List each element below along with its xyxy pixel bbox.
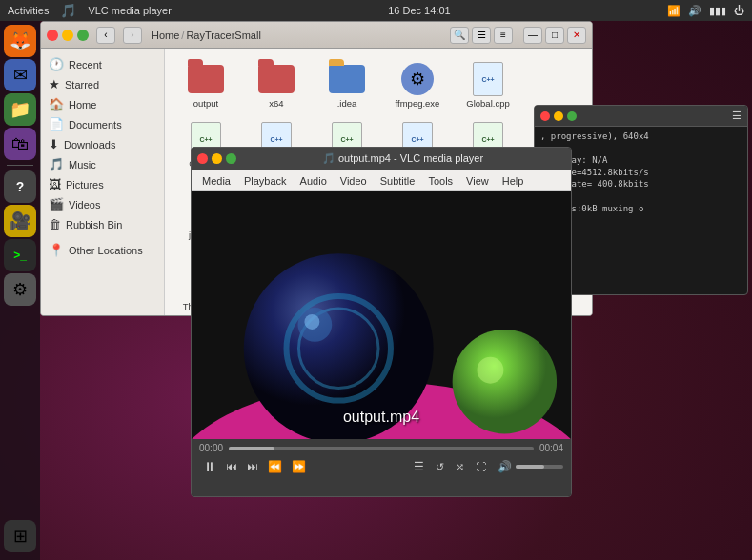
terminal-minimize-button[interactable] bbox=[554, 111, 563, 121]
sidebar-item-music[interactable]: 🎵 Music bbox=[41, 154, 164, 174]
vlc-video-canvas bbox=[192, 191, 571, 439]
file-manager-sidebar: 🕐 Recent ★ Starred 🏠 Home 📄 Documents ⬇ … bbox=[41, 49, 165, 315]
folder-x64-icon bbox=[257, 60, 295, 98]
folder-idea-icon bbox=[328, 60, 366, 98]
breadcrumb-current[interactable]: RayTracerSmall bbox=[186, 30, 260, 41]
vlc-volume-bar[interactable] bbox=[516, 465, 563, 469]
file-item-x64[interactable]: x64 bbox=[243, 56, 310, 112]
vlc-menu-video[interactable]: Video bbox=[334, 173, 374, 189]
battery-icon: ▮▮▮ bbox=[709, 5, 726, 17]
vlc-cone-icon: 🎵 bbox=[322, 152, 335, 164]
vlc-icon: 🎵 bbox=[60, 3, 76, 18]
file-item-global-cpp[interactable]: C++ Global.cpp bbox=[455, 56, 521, 112]
vlc-controls: 00:00 00:04 ⏸ ⏮ ⏭ ⏪ ⏩ ☰ ↺ ⤮ ⛶ 🔊 bbox=[192, 439, 571, 496]
vlc-menu-media[interactable]: Media bbox=[195, 173, 237, 189]
mail-dock-icon[interactable]: ✉ bbox=[4, 59, 36, 91]
vlc-progress-bar-row: 00:00 00:04 bbox=[199, 443, 563, 453]
folder-output-icon bbox=[187, 60, 225, 98]
vlc-playlist-button[interactable]: ☰ bbox=[410, 458, 428, 475]
vlc-video-area[interactable]: output.mp4 bbox=[192, 191, 571, 439]
sound-status-icon[interactable]: 🔊 bbox=[688, 5, 701, 17]
sidebar-item-downloads[interactable]: ⬇ Downloads bbox=[41, 134, 164, 154]
volume-icon: 🔊 bbox=[498, 460, 512, 473]
vlc-maximize-button[interactable] bbox=[226, 153, 236, 164]
vlc-menu-audio[interactable]: Audio bbox=[294, 173, 334, 189]
other-locations-icon: 📍 bbox=[49, 243, 64, 257]
vlc-controls-row: ⏸ ⏮ ⏭ ⏪ ⏩ ☰ ↺ ⤮ ⛶ 🔊 bbox=[199, 457, 563, 476]
vlc-menu-tools[interactable]: Tools bbox=[421, 173, 459, 189]
terminal-dock-icon[interactable]: >_ bbox=[4, 239, 36, 271]
downloads-icon: ⬇ bbox=[49, 137, 59, 151]
vlc-menu-subtitle[interactable]: Subtitle bbox=[374, 173, 422, 189]
vlc-shuffle-button[interactable]: ⤮ bbox=[452, 459, 468, 475]
help-dock-icon[interactable]: ? bbox=[4, 170, 36, 203]
file-item-idea[interactable]: .idea bbox=[314, 56, 380, 112]
vlc-extra-controls: ☰ ↺ ⤮ ⛶ bbox=[410, 458, 490, 475]
file-item-output[interactable]: output bbox=[173, 56, 239, 112]
settings-dock-icon[interactable]: ⚙ bbox=[4, 273, 36, 306]
vlc-rewind-button[interactable]: ⏪ bbox=[264, 458, 286, 475]
videos-icon: 🎬 bbox=[49, 197, 64, 211]
window-close[interactable]: ✕ bbox=[567, 27, 586, 44]
activities-button[interactable]: Activities bbox=[8, 5, 49, 16]
vlc-window: 🎵 output.mp4 - VLC media player Media Pl… bbox=[191, 147, 572, 497]
vlc-play-pause-button[interactable]: ⏸ bbox=[199, 457, 220, 476]
breadcrumb-home[interactable]: Home bbox=[152, 30, 179, 41]
vlc-minimize-button[interactable] bbox=[212, 153, 222, 164]
file-manager-minimize-button[interactable] bbox=[62, 30, 73, 41]
ffmpeg-icon: ⚙ bbox=[398, 60, 437, 98]
terminal-maximize-button[interactable] bbox=[567, 111, 577, 121]
file-manager-close-button[interactable] bbox=[47, 30, 58, 41]
sidebar-item-videos[interactable]: 🎬 Videos bbox=[41, 194, 164, 214]
window-minimize[interactable]: — bbox=[523, 27, 542, 44]
vlc-loop-button[interactable]: ↺ bbox=[432, 459, 448, 475]
files-dock-icon[interactable]: 📁 bbox=[4, 93, 36, 126]
sidebar-item-starred[interactable]: ★ Starred bbox=[41, 74, 164, 94]
toolbar-separator bbox=[518, 29, 518, 42]
terminal-menu-icon[interactable]: ☰ bbox=[732, 110, 742, 122]
apps-dock-icon[interactable]: ⊞ bbox=[4, 520, 36, 552]
sidebar-item-other-locations[interactable]: 📍 Other Locations bbox=[41, 240, 164, 260]
vlc-time-current: 00:00 bbox=[199, 443, 223, 453]
vlc-seekbar[interactable] bbox=[229, 447, 534, 450]
sidebar-item-documents[interactable]: 📄 Documents bbox=[41, 114, 164, 134]
global-cpp-icon: C++ bbox=[469, 60, 507, 98]
file-manager-maximize-button[interactable] bbox=[77, 30, 89, 41]
breadcrumb: Home / RayTracerSmall bbox=[152, 30, 261, 41]
vlc-prev-button[interactable]: ⏮ bbox=[222, 458, 241, 475]
vlc-dock-icon[interactable]: 🎥 bbox=[4, 205, 36, 237]
firefox-dock-icon[interactable]: 🦊 bbox=[4, 25, 36, 57]
sidebar-item-recent[interactable]: 🕐 Recent bbox=[41, 54, 164, 74]
vlc-menu-view[interactable]: View bbox=[459, 173, 496, 189]
svg-point-6 bbox=[304, 314, 319, 330]
vlc-menu-help[interactable]: Help bbox=[496, 173, 531, 189]
documents-icon: 📄 bbox=[49, 117, 64, 131]
power-button[interactable]: ⏻ bbox=[734, 5, 744, 16]
view-options-button[interactable]: ☰ bbox=[472, 27, 491, 44]
vlc-fullscreen-button[interactable]: ⛶ bbox=[472, 459, 490, 474]
file-item-ffmpeg[interactable]: ⚙ ffmpeg.exe bbox=[384, 56, 451, 112]
list-view-button[interactable]: ≡ bbox=[494, 27, 513, 44]
svg-point-8 bbox=[477, 357, 503, 384]
vlc-close-button[interactable] bbox=[197, 153, 208, 164]
software-dock-icon[interactable]: 🛍 bbox=[4, 128, 36, 160]
forward-button[interactable]: › bbox=[123, 27, 142, 44]
dock-divider-1 bbox=[7, 165, 33, 166]
window-maximize[interactable]: □ bbox=[545, 27, 564, 44]
fm-toolbar-right: 🔍 ☰ ≡ — □ ✕ bbox=[450, 27, 586, 44]
starred-icon: ★ bbox=[49, 77, 60, 91]
sidebar-item-trash[interactable]: 🗑 Rubbish Bin bbox=[41, 214, 164, 234]
app-name-label: VLC media player bbox=[88, 5, 171, 16]
vlc-next-button[interactable]: ⏭ bbox=[243, 458, 262, 475]
vlc-fastforward-button[interactable]: ⏩ bbox=[288, 458, 310, 475]
sidebar-item-pictures[interactable]: 🖼 Pictures bbox=[41, 174, 164, 194]
pictures-icon: 🖼 bbox=[49, 177, 61, 191]
vlc-title: 🎵 output.mp4 - VLC media player bbox=[240, 152, 565, 165]
sidebar-item-home[interactable]: 🏠 Home bbox=[41, 94, 164, 114]
network-status-icon[interactable]: 📶 bbox=[667, 5, 681, 17]
terminal-line-1: , progressive), 640x4 bbox=[540, 130, 742, 143]
vlc-menu-playback[interactable]: Playback bbox=[237, 173, 294, 189]
back-button[interactable]: ‹ bbox=[96, 27, 115, 44]
terminal-close-button[interactable] bbox=[540, 111, 550, 121]
search-button[interactable]: 🔍 bbox=[450, 27, 469, 44]
